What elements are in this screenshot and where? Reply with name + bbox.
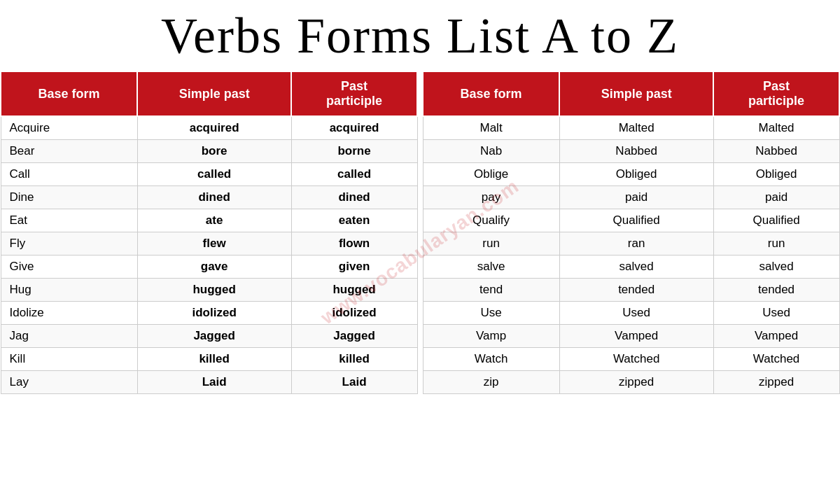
past-participle-cell: called (291, 163, 417, 186)
simple-past-cell: Watched (559, 348, 713, 371)
base-form-cell: run (423, 232, 559, 255)
simple-past-cell: Used (559, 302, 713, 325)
table-row: JagJaggedJagged (1, 325, 417, 348)
base-form-cell: Vamp (423, 325, 559, 348)
simple-past-cell: ate (137, 209, 291, 232)
base-form-cell: Lay (1, 371, 137, 394)
simple-past-cell: Obliged (559, 163, 713, 186)
right-table-section: Base form Simple past Pastparticiple Mal… (422, 71, 840, 394)
base-form-cell: Nab (423, 140, 559, 163)
right-col-header-1: Base form (423, 71, 559, 116)
table-row: Idolizeidolizedidolized (1, 302, 417, 325)
past-participle-cell: acquired (291, 116, 417, 140)
tables-wrapper: Base form Simple past Pastparticiple Acq… (0, 71, 840, 394)
simple-past-cell: Jagged (137, 325, 291, 348)
base-form-cell: zip (423, 371, 559, 394)
page-title: Verbs Forms List A to Z (0, 0, 840, 71)
base-form-cell: Give (1, 255, 137, 279)
table-row: Hughuggedhugged (1, 279, 417, 302)
base-form-cell: Call (1, 163, 137, 186)
table-row: NabNabbedNabbed (423, 140, 839, 163)
past-participle-cell: Obliged (713, 163, 839, 186)
left-table-section: Base form Simple past Pastparticiple Acq… (0, 71, 418, 394)
simple-past-cell: Vamped (559, 325, 713, 348)
base-form-cell: Fly (1, 232, 137, 255)
simple-past-cell: paid (559, 186, 713, 209)
simple-past-cell: acquired (137, 116, 291, 140)
left-col-header-1: Base form (1, 71, 137, 116)
simple-past-cell: dined (137, 186, 291, 209)
base-form-cell: Dine (1, 186, 137, 209)
base-form-cell: salve (423, 255, 559, 279)
left-header-row: Base form Simple past Pastparticiple (1, 71, 417, 116)
simple-past-cell: Malted (559, 116, 713, 140)
base-form-cell: Hug (1, 279, 137, 302)
past-participle-cell: Qualified (713, 209, 839, 232)
past-participle-cell: zipped (713, 371, 839, 394)
table-row: Bearboreborne (1, 140, 417, 163)
simple-past-cell: ran (559, 232, 713, 255)
table-row: salvesalvedsalved (423, 255, 839, 279)
table-row: paypaidpaid (423, 186, 839, 209)
simple-past-cell: Nabbed (559, 140, 713, 163)
past-participle-cell: salved (713, 255, 839, 279)
table-row: QualifyQualifiedQualified (423, 209, 839, 232)
past-participle-cell: paid (713, 186, 839, 209)
simple-past-cell: tended (559, 279, 713, 302)
past-participle-cell: killed (291, 348, 417, 371)
simple-past-cell: zipped (559, 371, 713, 394)
simple-past-cell: salved (559, 255, 713, 279)
base-form-cell: Malt (423, 116, 559, 140)
simple-past-cell: flew (137, 232, 291, 255)
base-form-cell: Acquire (1, 116, 137, 140)
table-row: Killkilledkilled (1, 348, 417, 371)
past-participle-cell: tended (713, 279, 839, 302)
right-col-header-2: Simple past (559, 71, 713, 116)
past-participle-cell: Malted (713, 116, 839, 140)
table-row: ObligeObligedObliged (423, 163, 839, 186)
page-container: Verbs Forms List A to Z www.vocabularyan… (0, 0, 840, 504)
table-row: Flyflewflown (1, 232, 417, 255)
table-row: zipzippedzipped (423, 371, 839, 394)
past-participle-cell: Jagged (291, 325, 417, 348)
past-participle-cell: Used (713, 302, 839, 325)
base-form-cell: Idolize (1, 302, 137, 325)
past-participle-cell: dined (291, 186, 417, 209)
base-form-cell: tend (423, 279, 559, 302)
past-participle-cell: Watched (713, 348, 839, 371)
table-row: runranrun (423, 232, 839, 255)
base-form-cell: Kill (1, 348, 137, 371)
past-participle-cell: eaten (291, 209, 417, 232)
past-participle-cell: idolized (291, 302, 417, 325)
left-table: Base form Simple past Pastparticiple Acq… (0, 71, 418, 394)
simple-past-cell: idolized (137, 302, 291, 325)
right-table-body: MaltMaltedMaltedNabNabbedNabbedObligeObl… (423, 116, 839, 394)
left-table-body: AcquireacquiredacquiredBearboreborneCall… (1, 116, 417, 394)
table-row: Callcalledcalled (1, 163, 417, 186)
base-form-cell: pay (423, 186, 559, 209)
past-participle-cell: run (713, 232, 839, 255)
table-row: Eatateeaten (1, 209, 417, 232)
simple-past-cell: killed (137, 348, 291, 371)
past-participle-cell: flown (291, 232, 417, 255)
base-form-cell: Watch (423, 348, 559, 371)
base-form-cell: Jag (1, 325, 137, 348)
table-row: Givegavegiven (1, 255, 417, 279)
table-row: Acquireacquiredacquired (1, 116, 417, 140)
simple-past-cell: gave (137, 255, 291, 279)
simple-past-cell: bore (137, 140, 291, 163)
table-row: UseUsedUsed (423, 302, 839, 325)
table-row: Dinedineddined (1, 186, 417, 209)
table-row: WatchWatchedWatched (423, 348, 839, 371)
right-header-row: Base form Simple past Pastparticiple (423, 71, 839, 116)
simple-past-cell: Qualified (559, 209, 713, 232)
left-col-header-2: Simple past (137, 71, 291, 116)
past-participle-cell: Vamped (713, 325, 839, 348)
right-col-header-3: Pastparticiple (713, 71, 839, 116)
past-participle-cell: given (291, 255, 417, 279)
table-row: VampVampedVamped (423, 325, 839, 348)
past-participle-cell: Nabbed (713, 140, 839, 163)
left-col-header-3: Pastparticiple (291, 71, 417, 116)
base-form-cell: Use (423, 302, 559, 325)
base-form-cell: Eat (1, 209, 137, 232)
